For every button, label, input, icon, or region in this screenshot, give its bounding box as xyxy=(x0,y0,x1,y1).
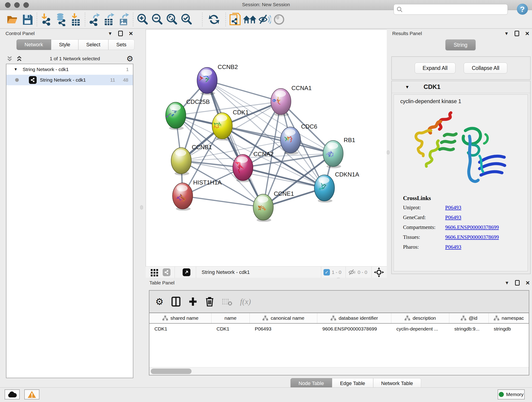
share-document-button[interactable] xyxy=(228,13,242,26)
column-header-namespac[interactable]: namespac xyxy=(489,313,529,323)
export-image-icon xyxy=(117,13,130,26)
node-label: CCNA1 xyxy=(291,85,312,91)
node-gloss xyxy=(318,177,329,183)
left-splitter-handle[interactable] xyxy=(140,205,143,210)
table-toolbar: ⚙ f(x) xyxy=(149,291,529,313)
table-horizontal-scrollbar[interactable] xyxy=(149,367,529,375)
network-row[interactable]: String Network - cdk1 11 48 xyxy=(6,75,133,85)
table-row[interactable]: CDK1CDK1P064939606.ENSP00000378699cyclin… xyxy=(149,324,529,334)
open-folder-icon xyxy=(6,14,19,25)
add-column-icon[interactable] xyxy=(188,297,197,307)
crosslink-link[interactable]: 9606.ENSP00000378699 xyxy=(445,234,499,240)
table-cell[interactable]: 9606.ENSP00000378699 xyxy=(317,324,391,334)
network-options-gear-icon[interactable]: ⚙ xyxy=(127,54,133,63)
column-tree-icon xyxy=(262,315,268,321)
scrollbar-thumb[interactable] xyxy=(151,369,191,374)
zoom-out-button[interactable] xyxy=(150,13,165,26)
tab-string[interactable]: String xyxy=(445,39,476,51)
show-all-button[interactable] xyxy=(272,13,286,26)
refresh-view-button[interactable] xyxy=(207,13,221,26)
network-node-rb1[interactable]: RB1 xyxy=(323,137,355,168)
network-node-hist1h1a[interactable]: HIST1H1A xyxy=(172,179,222,211)
maximize-panel-icon[interactable] xyxy=(515,31,519,36)
right-splitter-handle[interactable] xyxy=(387,150,389,154)
collapse-all-tree-icon[interactable] xyxy=(6,55,14,62)
selected-nodes-checkbox[interactable]: ✓ xyxy=(323,269,330,275)
column-header-canonical-name[interactable]: canonical name xyxy=(250,313,317,323)
table-settings-gear-icon[interactable]: ⚙ xyxy=(155,296,164,307)
tab-select[interactable]: Select xyxy=(78,39,108,50)
expand-all-button[interactable]: Expand All xyxy=(415,63,456,74)
zoom-in-button[interactable] xyxy=(135,13,150,26)
share-document-icon xyxy=(229,13,241,26)
network-edge[interactable] xyxy=(183,196,263,207)
crosslink-link[interactable]: P06493 xyxy=(445,205,461,211)
network-edge[interactable] xyxy=(207,80,263,207)
import-network-button[interactable] xyxy=(39,13,54,26)
column-header-shared-name[interactable]: shared name xyxy=(149,313,211,323)
table-cell[interactable]: CDK1 xyxy=(211,324,250,334)
crosslink-link[interactable]: P06493 xyxy=(445,215,461,220)
import-network-from-database-button[interactable] xyxy=(54,13,68,26)
show-columns-icon[interactable] xyxy=(171,297,181,307)
column-header-description[interactable]: description xyxy=(391,313,449,323)
crosslink-link[interactable]: 9606.ENSP00000378699 xyxy=(445,224,499,230)
network-collection-row[interactable]: ▼ String Network - cdk1 1 xyxy=(6,64,133,75)
export-image-button[interactable] xyxy=(116,13,131,26)
open-session-button[interactable] xyxy=(6,13,20,26)
table-cell[interactable]: P06493 xyxy=(250,324,317,334)
birdseye-view-icon[interactable] xyxy=(163,268,171,276)
table-cell[interactable]: cyclin-dependent ... xyxy=(391,324,449,334)
fit-content-crosshair-icon[interactable] xyxy=(374,267,384,277)
node-table: ⚙ f(x) shared namen xyxy=(149,290,529,375)
help-button[interactable]: ? xyxy=(517,4,528,15)
column-header--id[interactable]: @id xyxy=(449,313,489,323)
save-session-button[interactable] xyxy=(20,13,35,26)
tab-network[interactable]: Network xyxy=(17,39,51,50)
detach-view-icon[interactable] xyxy=(183,268,190,276)
table-cell[interactable]: stringdb:9... xyxy=(449,324,489,334)
table-cell[interactable]: CDK1 xyxy=(149,324,211,334)
network-view-title: String Network - cdk1 xyxy=(202,269,319,275)
collapse-all-button[interactable]: Collapse All xyxy=(464,63,507,74)
memory-button[interactable]: Memory xyxy=(498,389,525,400)
export-network-icon xyxy=(88,13,101,26)
hide-selected-button[interactable] xyxy=(257,13,272,26)
network-node-cdkn1a[interactable]: CDKN1A xyxy=(314,171,359,203)
homes-button[interactable] xyxy=(242,13,257,26)
maximize-panel-icon[interactable] xyxy=(118,31,123,36)
export-table-button[interactable] xyxy=(102,13,116,26)
network-node-ccne1[interactable]: CCNE1 xyxy=(253,190,294,222)
grid-view-icon[interactable] xyxy=(150,268,159,277)
collection-expander-icon[interactable]: ▼ xyxy=(14,67,18,72)
search-input[interactable] xyxy=(403,7,501,12)
column-header-name[interactable]: name xyxy=(211,313,250,323)
zoom-selected-icon xyxy=(180,13,193,26)
float-panel-icon[interactable]: ▼ xyxy=(108,31,113,36)
node-section-header[interactable]: ▼ CDK1 xyxy=(392,81,530,93)
export-network-button[interactable] xyxy=(87,13,102,26)
close-panel-icon[interactable]: × xyxy=(526,281,530,285)
section-expander-icon[interactable]: ▼ xyxy=(405,85,409,89)
table-cell[interactable]: stringdb xyxy=(489,324,529,334)
zoom-fit-button[interactable] xyxy=(165,13,179,26)
crosslink-link[interactable]: P06493 xyxy=(445,244,461,250)
close-panel-icon[interactable]: × xyxy=(129,31,133,36)
homes-icon xyxy=(243,14,257,25)
float-panel-icon[interactable]: ▼ xyxy=(504,31,509,36)
import-table-button[interactable] xyxy=(68,13,83,26)
maximize-panel-icon[interactable] xyxy=(515,280,520,286)
delete-column-trash-icon[interactable] xyxy=(205,296,214,307)
cloud-status-button[interactable] xyxy=(5,389,20,400)
tab-sets[interactable]: Sets xyxy=(108,39,134,50)
tab-style[interactable]: Style xyxy=(51,39,78,50)
close-panel-icon[interactable]: × xyxy=(525,31,529,36)
float-panel-icon[interactable]: ▼ xyxy=(505,280,509,286)
network-canvas[interactable]: CCNB2CCNA1CDC25BCDK1CDC6RB1CCNB1CCNA2CDK… xyxy=(146,29,387,266)
hidden-eye-slash-icon[interactable] xyxy=(348,269,356,276)
column-header-database-identifier[interactable]: database identifier xyxy=(317,313,391,323)
zoom-selected-button[interactable] xyxy=(179,13,194,26)
network-node-cdc6[interactable]: CDC6 xyxy=(280,123,317,155)
expand-all-tree-icon[interactable] xyxy=(16,55,23,62)
warnings-button[interactable] xyxy=(24,389,39,400)
